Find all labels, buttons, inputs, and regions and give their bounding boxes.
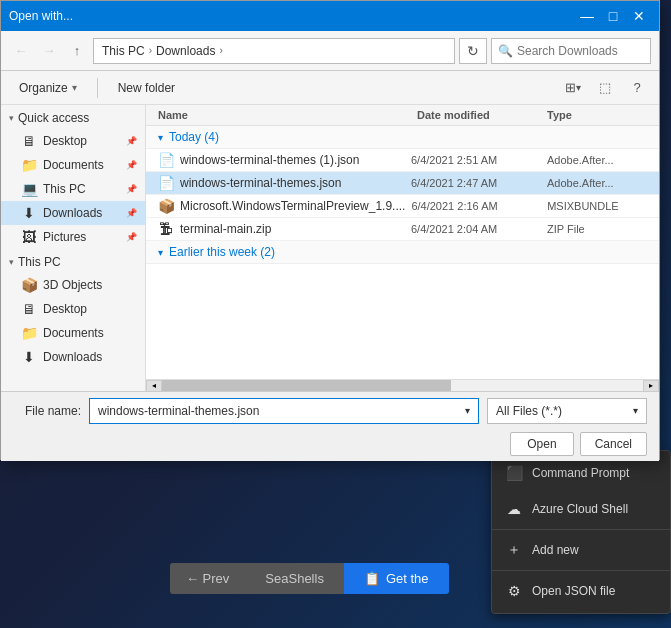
col-date-header[interactable]: Date modified <box>417 109 547 121</box>
quick-access-section: ▾ Quick access 🖥 Desktop 📌 📁 Documents 📌 <box>1 107 145 249</box>
path-downloads[interactable]: Downloads <box>156 44 215 58</box>
file-type-3: MSIXBUNDLE <box>547 200 647 212</box>
up-button[interactable]: ↑ <box>65 39 89 63</box>
get-the-button[interactable]: 📋 Get the <box>344 563 449 594</box>
context-menu-item-azure[interactable]: ☁ Azure Cloud Shell <box>492 491 670 527</box>
sidebar-item-downloads[interactable]: ⬇ Downloads 📌 <box>1 201 145 225</box>
file-type-2: Adobe.After... <box>547 177 647 189</box>
hscroll-track[interactable] <box>162 380 643 392</box>
this-pc-header[interactable]: ▾ This PC <box>1 251 145 273</box>
file-icon-1: 📄 <box>158 152 174 168</box>
search-input[interactable] <box>517 44 637 58</box>
filetype-select[interactable]: All Files (*.*) ▾ <box>487 398 647 424</box>
organize-button[interactable]: Organize ▾ <box>9 75 87 101</box>
filename-value: windows-terminal-themes.json <box>98 404 259 418</box>
address-path[interactable]: This PC › Downloads › <box>93 38 455 64</box>
file-icon-3: 📦 <box>158 198 174 214</box>
this-pc-icon: 💻 <box>21 181 37 197</box>
quick-access-label: Quick access <box>18 111 89 125</box>
file-icon-2: 📄 <box>158 175 174 191</box>
sidebar-item-documents[interactable]: 📁 Documents 📌 <box>1 153 145 177</box>
toolbar-separator <box>97 78 98 98</box>
filename-dropdown-arrow[interactable]: ▾ <box>465 405 470 416</box>
dialog-title: Open with... <box>9 9 73 23</box>
col-name-header[interactable]: Name <box>158 109 417 121</box>
today-label: Today (4) <box>169 130 219 144</box>
file-area: Name Date modified Type ▾ Today (4) 📄 wi… <box>146 105 659 379</box>
pin-icon-pictures: 📌 <box>126 232 137 242</box>
view-arrow: ▾ <box>576 82 581 93</box>
table-row[interactable]: 📄 windows-terminal-themes.json 6/4/2021 … <box>146 172 659 195</box>
pin-icon-documents: 📌 <box>126 160 137 170</box>
group-earlier[interactable]: ▾ Earlier this week (2) <box>146 241 659 264</box>
forward-button[interactable]: → <box>37 39 61 63</box>
sidebar-wrapper: ▾ Quick access 🖥 Desktop 📌 📁 Documents 📌 <box>1 105 146 391</box>
pane-icon: ⬚ <box>599 80 611 95</box>
azure-icon: ☁ <box>504 499 524 519</box>
sidebar-item-desktop[interactable]: 🖥 Desktop 📌 <box>1 129 145 153</box>
hscroll-left-button[interactable]: ◂ <box>146 380 162 392</box>
file-date-1: 6/4/2021 2:51 AM <box>411 154 541 166</box>
context-menu: ⬛ Command Prompt ☁ Azure Cloud Shell ＋ A… <box>491 450 671 614</box>
col-type-header[interactable]: Type <box>547 109 647 121</box>
sidebar-item-downloads2[interactable]: ⬇ Downloads <box>1 345 145 369</box>
3d-objects-icon: 📦 <box>21 277 37 293</box>
sidebar-item-pictures[interactable]: 🖼 Pictures 📌 <box>1 225 145 249</box>
hscroll-right-button[interactable]: ▸ <box>643 380 659 392</box>
view-button[interactable]: ⊞ ▾ <box>559 75 587 101</box>
title-bar-controls: — □ ✕ <box>575 6 651 26</box>
context-menu-item-open-json[interactable]: ⚙ Open JSON file <box>492 573 670 609</box>
file-name-4: terminal-main.zip <box>180 222 405 236</box>
prev-button[interactable]: ← Prev <box>170 563 245 594</box>
this-pc-toggle: ▾ <box>9 257 14 267</box>
file-type-1: Adobe.After... <box>547 154 647 166</box>
refresh-button[interactable]: ↻ <box>459 38 487 64</box>
title-bar: Open with... — □ ✕ <box>1 1 659 31</box>
minimize-button[interactable]: — <box>575 6 599 26</box>
horizontal-scrollbar[interactable]: ◂ ▸ <box>146 379 659 391</box>
open-button[interactable]: Open <box>510 432 573 456</box>
pictures-icon: 🖼 <box>21 229 37 245</box>
file-icon-4: 🗜 <box>158 221 174 237</box>
help-button[interactable]: ? <box>623 75 651 101</box>
toolbar: Organize ▾ New folder ⊞ ▾ ⬚ ? <box>1 71 659 105</box>
hscroll-thumb[interactable] <box>162 380 451 392</box>
quick-access-toggle: ▾ <box>9 113 14 123</box>
table-row[interactable]: 📦 Microsoft.WindowsTerminalPreview_1.9..… <box>146 195 659 218</box>
sidebar-item-documents2[interactable]: 📁 Documents <box>1 321 145 345</box>
toolbar-right: ⊞ ▾ ⬚ ? <box>559 75 651 101</box>
downloads-icon: ⬇ <box>21 205 37 221</box>
quick-access-header[interactable]: ▾ Quick access <box>1 107 145 129</box>
path-arrow-2: › <box>219 45 222 56</box>
main-content: ▾ Quick access 🖥 Desktop 📌 📁 Documents 📌 <box>1 105 659 391</box>
group-today[interactable]: ▾ Today (4) <box>146 126 659 149</box>
seashells-button[interactable]: SeaShells <box>245 563 344 594</box>
path-arrow-1: › <box>149 45 152 56</box>
sidebar-item-desktop2[interactable]: 🖥 Desktop <box>1 297 145 321</box>
sidebar-item-3d-objects[interactable]: 📦 3D Objects <box>1 273 145 297</box>
filename-row: File name: windows-terminal-themes.json … <box>13 398 647 424</box>
cancel-button[interactable]: Cancel <box>580 432 647 456</box>
filetype-value: All Files (*.*) <box>496 404 562 418</box>
sidebar: ▾ Quick access 🖥 Desktop 📌 📁 Documents 📌 <box>1 105 145 391</box>
path-this-pc[interactable]: This PC <box>102 44 145 58</box>
maximize-button[interactable]: □ <box>601 6 625 26</box>
new-folder-button[interactable]: New folder <box>108 75 185 101</box>
close-button[interactable]: ✕ <box>627 6 651 26</box>
pane-button[interactable]: ⬚ <box>591 75 619 101</box>
downloads2-icon: ⬇ <box>21 349 37 365</box>
this-pc-section: ▾ This PC 📦 3D Objects 🖥 Desktop 📁 Docum… <box>1 251 145 369</box>
filename-input-wrapper[interactable]: windows-terminal-themes.json ▾ <box>89 398 479 424</box>
sidebar-item-this-pc[interactable]: 💻 This PC 📌 <box>1 177 145 201</box>
help-icon: ? <box>633 80 640 95</box>
search-box[interactable]: 🔍 <box>491 38 651 64</box>
back-button[interactable]: ← <box>9 39 33 63</box>
address-bar: ← → ↑ This PC › Downloads › ↻ 🔍 <box>1 31 659 71</box>
add-icon: ＋ <box>504 540 524 560</box>
documents2-icon: 📁 <box>21 325 37 341</box>
table-row[interactable]: 🗜 terminal-main.zip 6/4/2021 2:04 AM ZIP… <box>146 218 659 241</box>
file-name-3: Microsoft.WindowsTerminalPreview_1.9.... <box>180 199 405 213</box>
context-menu-item-add-new[interactable]: ＋ Add new <box>492 532 670 568</box>
file-date-2: 6/4/2021 2:47 AM <box>411 177 541 189</box>
table-row[interactable]: 📄 windows-terminal-themes (1).json 6/4/2… <box>146 149 659 172</box>
